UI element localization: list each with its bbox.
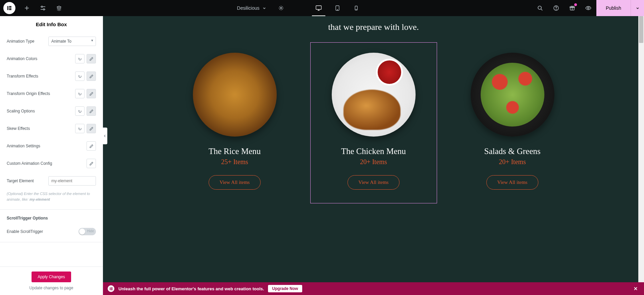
page-settings-button[interactable] — [273, 0, 289, 16]
card-title: Salads & Greens — [453, 147, 572, 156]
apply-changes-button[interactable]: Apply Changes — [32, 272, 71, 282]
upgrade-banner: Unleash the full power of Elementor's fe… — [103, 282, 644, 295]
preview-canvas[interactable]: that we prepare with love. The Rice Menu… — [103, 16, 644, 295]
transform-origin-edit[interactable] — [87, 89, 96, 98]
finder-search-button[interactable] — [532, 0, 548, 16]
canvas-inner: that we prepare with love. The Rice Menu… — [103, 16, 644, 217]
scrollbar-thumb[interactable] — [639, 16, 643, 43]
scrollbar[interactable] — [638, 16, 644, 295]
animation-colors-edit[interactable] — [87, 54, 96, 63]
chevron-down-icon — [262, 6, 266, 10]
custom-animation-config-row: Custom Animation Config — [7, 155, 96, 172]
card-subtitle: 25+ Items — [175, 158, 294, 166]
animation-type-label: Animation Type — [7, 39, 35, 44]
upgrade-now-button[interactable]: Upgrade Now — [268, 285, 302, 292]
banner-logo-icon — [108, 285, 114, 292]
transform-effects-row: Transform Effects — [7, 67, 96, 85]
svg-rect-0 — [7, 6, 8, 10]
svg-point-4 — [41, 6, 43, 7]
page-name-dropdown[interactable]: Desilicious — [234, 5, 270, 11]
topbar-left — [0, 0, 67, 16]
card-subtitle: 20+ Items — [314, 158, 433, 166]
svg-rect-2 — [9, 8, 11, 9]
help-button[interactable] — [548, 0, 564, 16]
svg-point-5 — [43, 9, 45, 10]
view-all-button[interactable]: View All items — [486, 175, 539, 190]
plate-image — [332, 53, 416, 137]
scaling-options-label: Scaling Options — [7, 109, 35, 113]
view-all-button[interactable]: View All items — [347, 175, 400, 190]
chevron-left-icon — [104, 134, 106, 138]
skew-effects-row: Skew Effects — [7, 120, 96, 137]
banner-close-button[interactable] — [632, 285, 639, 292]
desktop-device-button[interactable] — [309, 0, 328, 16]
collapse-sidebar-handle[interactable] — [103, 128, 107, 144]
enable-scrolltrigger-row: Enable ScrollTrigger Hide — [7, 224, 96, 239]
site-settings-button[interactable] — [35, 0, 51, 16]
animation-settings-edit[interactable] — [87, 141, 96, 151]
card-title: The Rice Menu — [175, 147, 294, 156]
publish-button[interactable]: Publish — [596, 0, 631, 16]
mobile-device-button[interactable] — [347, 0, 366, 16]
svg-point-6 — [280, 7, 282, 9]
responsive-device-group — [309, 0, 366, 16]
target-element-row: Target Element — [7, 172, 96, 190]
transform-effects-reset[interactable] — [75, 71, 85, 81]
card-title: The Chicken Menu — [314, 147, 433, 156]
animation-colors-reset[interactable] — [75, 54, 85, 63]
svg-point-9 — [337, 9, 337, 10]
tablet-device-button[interactable] — [328, 0, 347, 16]
view-all-button[interactable]: View All items — [209, 175, 261, 190]
enable-scrolltrigger-toggle[interactable]: Hide — [78, 228, 96, 235]
svg-point-14 — [556, 9, 556, 9]
banner-text: Unleash the full power of Elementor's fe… — [118, 286, 264, 291]
skew-effects-edit[interactable] — [87, 124, 96, 133]
svg-rect-20 — [111, 288, 112, 289]
animation-type-select[interactable]: Animate To — [48, 37, 96, 46]
tagline: that we prepare with love. — [113, 16, 634, 42]
skew-effects-label: Skew Effects — [7, 126, 30, 131]
editor-sidebar: Edit Info Box Animation Type Animate To … — [0, 16, 103, 295]
animation-settings-row: Animation Settings — [7, 137, 96, 155]
preview-button[interactable] — [580, 0, 596, 16]
divider — [0, 209, 103, 210]
update-text: Update changes to page — [5, 286, 98, 290]
topbar-right: Publish — [532, 0, 644, 16]
cards-row: The Rice Menu 25+ Items View All items T… — [113, 42, 634, 203]
svg-rect-3 — [9, 9, 11, 10]
panel-scroll: Animation Type Animate To Animation Colo… — [0, 33, 103, 266]
transform-effects-edit[interactable] — [87, 71, 96, 81]
scrolltrigger-section-title: ScrollTrigger Options — [7, 212, 96, 224]
transform-effects-label: Transform Effects — [7, 74, 38, 79]
svg-point-11 — [356, 9, 356, 10]
plate-image — [471, 53, 554, 137]
add-element-button[interactable] — [19, 0, 35, 16]
enable-scrolltrigger-label: Enable ScrollTrigger — [7, 229, 43, 234]
svg-rect-21 — [111, 289, 112, 290]
transform-origin-reset[interactable] — [75, 89, 85, 98]
menu-card-chicken[interactable]: The Chicken Menu 20+ Items View All item… — [310, 42, 437, 203]
elementor-logo[interactable] — [3, 2, 15, 14]
animation-colors-label: Animation Colors — [7, 56, 37, 61]
card-subtitle: 20+ Items — [453, 158, 572, 166]
target-element-input[interactable] — [48, 176, 96, 186]
close-icon — [633, 286, 638, 291]
whats-new-button[interactable] — [564, 0, 580, 16]
main: Edit Info Box Animation Type Animate To … — [0, 16, 644, 295]
animation-colors-row: Animation Colors — [7, 50, 96, 67]
publish-options-button[interactable] — [631, 0, 644, 16]
scaling-options-reset[interactable] — [75, 106, 85, 116]
animation-type-row: Animation Type Animate To — [7, 33, 96, 50]
custom-animation-config-label: Custom Animation Config — [7, 161, 52, 166]
menu-card-salads[interactable]: Salads & Greens 20+ Items View All items — [449, 42, 576, 203]
topbar: Desilicious — [0, 0, 644, 16]
skew-effects-reset[interactable] — [75, 124, 85, 133]
scaling-options-edit[interactable] — [87, 106, 96, 116]
plate-image — [193, 53, 277, 137]
animation-type-select-wrap: Animate To — [48, 37, 96, 46]
menu-card-rice[interactable]: The Rice Menu 25+ Items View All items — [171, 42, 298, 203]
transform-origin-label: Transform Origin Effects — [7, 91, 50, 96]
custom-animation-config-edit[interactable] — [87, 159, 96, 168]
topbar-center: Desilicious — [67, 0, 532, 16]
structure-button[interactable] — [51, 0, 67, 16]
